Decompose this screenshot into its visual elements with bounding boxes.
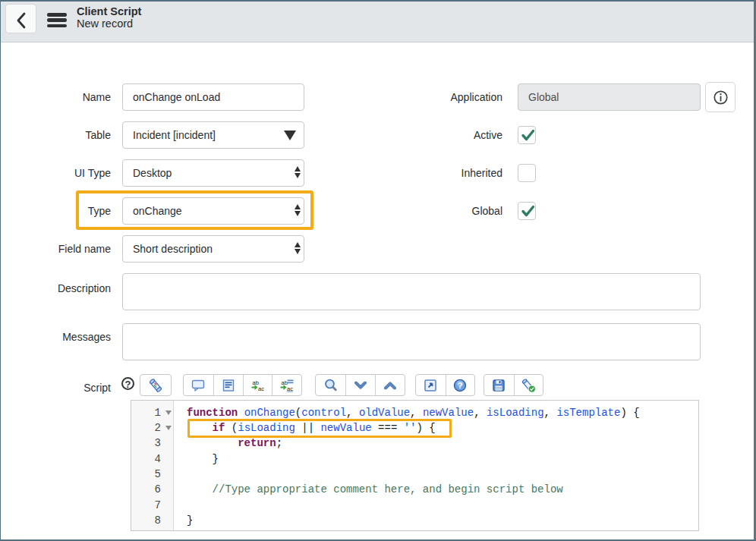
svg-text:ac: ac: [258, 385, 264, 392]
svg-text:ac: ac: [287, 385, 293, 392]
svg-text:?: ?: [458, 381, 463, 390]
